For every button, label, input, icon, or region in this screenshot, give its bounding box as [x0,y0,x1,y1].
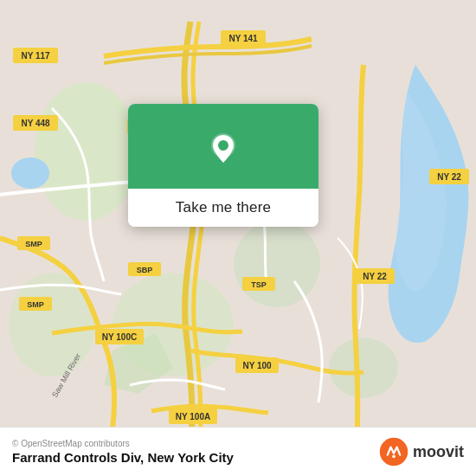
svg-text:NY 100C: NY 100C [102,332,137,342]
svg-text:SMP: SMP [27,300,44,309]
popup-card: Take me there [128,104,318,227]
svg-point-1 [35,82,138,221]
bottom-left: © OpenStreetMap contributors Farrand Con… [12,439,234,465]
svg-text:NY 22: NY 22 [437,172,461,182]
map-container: NY 117 NY 141 NY 141 NY 448 SMP SMP NY 2… [0,0,476,476]
svg-point-3 [234,221,320,307]
svg-point-7 [11,158,49,189]
bottom-bar: © OpenStreetMap contributors Farrand Con… [0,427,476,476]
svg-text:NY 117: NY 117 [21,51,50,61]
location-name: Farrand Controls Div, New York City [12,450,234,465]
moovit-icon [378,436,409,467]
svg-text:NY 448: NY 448 [21,119,50,128]
svg-text:SMP: SMP [25,240,42,248]
attribution-text: © OpenStreetMap contributors [12,439,234,448]
svg-text:NY 100: NY 100 [242,361,272,370]
svg-text:NY 22: NY 22 [363,272,387,281]
map-background: NY 117 NY 141 NY 141 NY 448 SMP SMP NY 2… [0,0,476,476]
moovit-text: moovit [413,443,464,461]
svg-point-36 [218,140,228,151]
svg-text:NY 141: NY 141 [228,34,258,43]
popup-green-area [128,104,318,189]
take-me-there-button[interactable]: Take me there [128,189,318,227]
svg-text:TSP: TSP [251,280,267,289]
svg-point-5 [329,338,398,398]
svg-text:SBP: SBP [137,266,153,274]
svg-point-38 [392,455,396,459]
location-pin-icon [203,128,244,170]
moovit-logo: moovit [378,436,464,467]
svg-text:NY 100A: NY 100A [176,412,210,421]
